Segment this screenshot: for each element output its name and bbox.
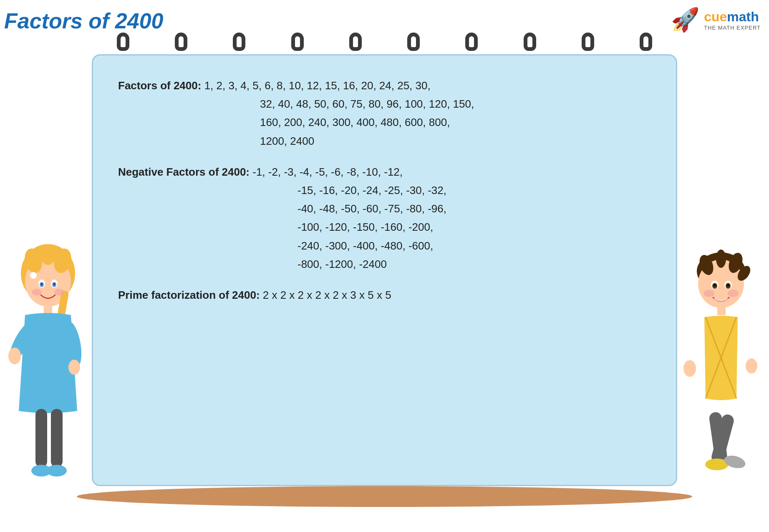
- logo-tagline: THE MATH EXPERT: [704, 25, 761, 31]
- negative-values-line3: -40, -48, -50, -60, -75, -80, -96,: [118, 202, 446, 215]
- ring-top-4: [291, 33, 304, 44]
- factors-values-line2: 32, 40, 48, 50, 60, 75, 80, 96, 100, 120…: [118, 98, 474, 110]
- ring-top-10: [640, 33, 652, 44]
- negative-values-line4: -100, -120, -150, -160, -200,: [118, 221, 433, 233]
- ring-4: [291, 33, 304, 51]
- svg-point-37: [703, 290, 714, 297]
- page-title: Factors of 2400: [4, 8, 164, 33]
- logo-cue: cue: [704, 9, 727, 24]
- svg-point-12: [53, 283, 55, 285]
- svg-point-13: [32, 289, 42, 295]
- ring-top-9: [582, 33, 594, 44]
- child-right-svg: [673, 223, 769, 515]
- ring-top-8: [524, 33, 536, 44]
- svg-point-43: [683, 360, 696, 377]
- ring-top-2: [175, 33, 187, 44]
- ring-5: [349, 33, 362, 51]
- ring-top-6: [407, 33, 420, 44]
- logo-math: math: [727, 9, 759, 24]
- svg-point-15: [30, 272, 37, 279]
- ring-bottom-10: [640, 44, 652, 51]
- svg-rect-39: [717, 306, 726, 316]
- child-left-svg: [0, 223, 96, 515]
- factors-section: Factors of 2400: 1, 2, 3, 4, 5, 6, 8, 10…: [118, 76, 651, 150]
- svg-point-18: [8, 348, 21, 364]
- ground-shadow: [77, 486, 692, 507]
- ring-bottom-9: [582, 44, 594, 51]
- logo-area: 🚀 cuemath THE MATH EXPERT: [671, 6, 761, 33]
- prime-label: Prime factorization of 2400:: [118, 289, 260, 301]
- svg-point-36: [727, 284, 729, 287]
- ring-7: [465, 33, 478, 51]
- svg-rect-22: [51, 409, 63, 467]
- svg-point-24: [47, 465, 67, 477]
- ring-1: [117, 33, 129, 51]
- svg-point-14: [54, 289, 64, 295]
- factors-values-line4: 1200, 2400: [118, 135, 314, 147]
- svg-point-20: [68, 360, 80, 375]
- svg-point-28: [716, 250, 726, 268]
- child-right-illustration: [673, 223, 769, 515]
- logo-text: cuemath THE MATH EXPERT: [704, 9, 761, 31]
- logo-rocket-icon: 🚀: [671, 6, 700, 33]
- factors-values-line3: 160, 200, 240, 300, 400, 480, 600, 800,: [118, 116, 450, 129]
- negative-factors-section: Negative Factors of 2400: -1, -2, -3, -4…: [118, 163, 651, 273]
- ring-6: [407, 33, 420, 51]
- rings-row: [117, 33, 652, 51]
- prime-section: Prime factorization of 2400: 2 x 2 x 2 x…: [118, 286, 651, 304]
- prime-values: 2 x 2 x 2 x 2 x 2 x 3 x 5 x 5: [263, 289, 391, 301]
- negative-factors-label: Negative Factors of 2400:: [118, 166, 250, 178]
- ring-bottom-3: [233, 44, 245, 51]
- ring-10: [640, 33, 652, 51]
- ring-bottom-4: [291, 44, 304, 51]
- ring-8: [524, 33, 536, 51]
- svg-point-3: [40, 244, 55, 265]
- factors-label: Factors of 2400:: [118, 79, 201, 92]
- ring-top-1: [117, 33, 129, 44]
- notebook: Factors of 2400: 1, 2, 3, 4, 5, 6, 8, 10…: [92, 42, 677, 486]
- svg-rect-21: [35, 409, 47, 467]
- ring-9: [582, 33, 594, 51]
- ring-top-7: [465, 33, 478, 44]
- ring-2: [175, 33, 187, 51]
- svg-point-35: [714, 284, 716, 287]
- ring-top-3: [233, 33, 245, 44]
- svg-point-45: [746, 358, 757, 373]
- logo-name: cuemath: [704, 9, 761, 25]
- page-header: Factors of 2400: [4, 8, 164, 33]
- svg-point-11: [41, 283, 43, 285]
- negative-values-line2: -15, -16, -20, -24, -25, -30, -32,: [118, 184, 446, 197]
- negative-values-line1: -1, -2, -3, -4, -5, -6, -8, -10, -12,: [252, 166, 403, 178]
- ring-bottom-5: [349, 44, 362, 51]
- negative-values-line5: -240, -300, -400, -480, -600,: [118, 240, 433, 252]
- factors-values: 1, 2, 3, 4, 5, 6, 8, 10, 12, 15, 16, 20,…: [204, 79, 431, 92]
- notebook-body: Factors of 2400: 1, 2, 3, 4, 5, 6, 8, 10…: [92, 54, 677, 486]
- child-left-illustration: [0, 223, 96, 515]
- ring-top-5: [349, 33, 362, 44]
- svg-point-38: [728, 290, 739, 297]
- ring-bottom-6: [407, 44, 420, 51]
- ring-bottom-2: [175, 44, 187, 51]
- ring-bottom-8: [524, 44, 536, 51]
- negative-values-line6: -800, -1200, -2400: [118, 258, 387, 270]
- ring-3: [233, 33, 245, 51]
- ring-bottom-7: [465, 44, 478, 51]
- ring-bottom-1: [117, 44, 129, 51]
